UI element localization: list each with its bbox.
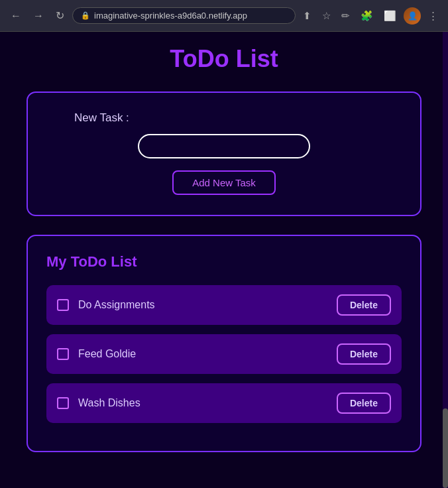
task-item-2: Feed Goldie Delete [46,334,402,374]
fullscreen-icon[interactable]: ⬜ [380,7,400,25]
task-label-2: Feed Goldie [78,348,136,360]
profile-avatar[interactable]: 👤 [404,7,421,25]
task-checkbox-2[interactable] [57,348,69,360]
star-icon[interactable]: ☆ [319,7,334,25]
delete-button-3[interactable]: Delete [337,393,391,414]
scrollbar-thumb[interactable] [443,408,448,488]
delete-button-2[interactable]: Delete [337,343,391,365]
task-label-3: Wash Dishes [78,397,140,409]
new-task-input[interactable] [138,134,310,158]
scrollbar[interactable] [443,32,448,488]
app-title: ToDo List [27,45,421,73]
share-icon[interactable]: ⬆ [300,7,315,25]
app-container: ToDo List New Task : Add New Task My ToD… [0,32,448,472]
lock-icon: 🔒 [81,11,90,20]
back-button[interactable]: ← [7,7,25,25]
add-task-button[interactable]: Add New Task [172,170,276,195]
todo-list-card: My ToDo List Do Assignments Delete Feed … [27,235,421,452]
task-item-1: Do Assignments Delete [46,285,402,325]
todo-list-title: My ToDo List [46,253,402,271]
task-label-1: Do Assignments [78,299,155,311]
extensions-icon[interactable]: 🧩 [357,7,376,25]
url-text: imaginative-sprinkles-a9d6a0.netlify.app [94,11,247,21]
delete-button-1[interactable]: Delete [337,294,391,316]
new-task-label: New Task : [48,111,129,125]
menu-icon[interactable]: ⋮ [425,7,441,25]
task-item-3: Wash Dishes Delete [46,383,402,423]
task-left-1: Do Assignments [57,299,155,311]
task-checkbox-1[interactable] [57,299,69,311]
browser-toolbar: ← → ↻ 🔒 imaginative-sprinkles-a9d6a0.net… [0,0,448,32]
refresh-button[interactable]: ↻ [52,7,68,25]
forward-button[interactable]: → [29,7,48,25]
task-left-3: Wash Dishes [57,397,140,409]
address-bar[interactable]: 🔒 imaginative-sprinkles-a9d6a0.netlify.a… [72,7,296,24]
task-left-2: Feed Goldie [57,348,136,360]
edit-icon[interactable]: ✏ [338,7,353,25]
add-task-card: New Task : Add New Task [27,91,421,216]
task-checkbox-3[interactable] [57,397,69,409]
